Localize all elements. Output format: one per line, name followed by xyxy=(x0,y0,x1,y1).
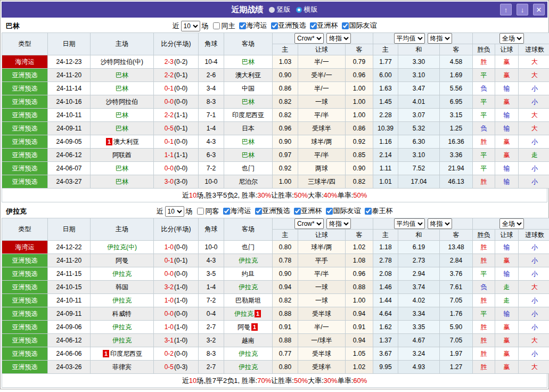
league-checkbox-input[interactable] xyxy=(342,22,349,29)
league-checkbox-input[interactable] xyxy=(239,22,246,29)
league-label: 亚洲预选 xyxy=(278,21,306,30)
asian-handicap-line: 受半球 xyxy=(298,307,346,321)
col-home: 主场 xyxy=(91,33,154,55)
league-filter-checkbox[interactable]: 亚洲预选 xyxy=(267,21,306,30)
radio-unselected-icon[interactable] xyxy=(269,7,275,13)
average-select[interactable]: 平均值 xyxy=(394,218,425,229)
league-checkbox-input[interactable] xyxy=(271,22,278,29)
asian-home-odds: 0.91 xyxy=(273,321,298,334)
league-checkbox-input[interactable] xyxy=(326,208,333,215)
red-card-badge: 1 xyxy=(106,138,112,145)
league-label: 海湾运 xyxy=(231,206,251,216)
final-odds-select-2[interactable]: 终指 xyxy=(428,218,452,229)
handicap-result-badge: 赢 xyxy=(495,135,519,149)
move-down-button[interactable]: ↓ xyxy=(517,4,528,15)
move-up-button[interactable]: ↑ xyxy=(500,4,512,15)
match-date: 24-09-06 xyxy=(48,321,91,334)
final-odds-select[interactable]: 终指 xyxy=(326,218,351,229)
same-venue-checkbox-input[interactable] xyxy=(197,208,204,215)
scope-select[interactable]: 全场 xyxy=(499,218,524,229)
league-filter-checkbox[interactable]: 亚洲杯 xyxy=(290,206,322,216)
radio-selected-icon[interactable] xyxy=(296,7,302,13)
summary-text: 50% xyxy=(294,377,308,385)
match-row: 亚洲预选24-09-11科威特0-0(0-0)0-4伊拉克10.88受半球0.9… xyxy=(2,307,549,321)
goals-result-badge: 小 xyxy=(519,254,549,267)
away-team: 伊拉克 xyxy=(224,254,273,267)
fulltime-score: 2-3 xyxy=(165,58,174,66)
same-venue-checkbox[interactable]: 同客 xyxy=(193,207,219,216)
layout-radio-vertical[interactable]: 竖版 xyxy=(269,5,291,14)
final-odds-select-2[interactable]: 终指 xyxy=(428,33,452,44)
asian-home-odds: 0.78 xyxy=(273,254,298,267)
close-button[interactable]: ✕ xyxy=(533,4,545,15)
league-filter-checkbox[interactable]: 国际友谊 xyxy=(322,206,361,216)
league-filter-checkbox[interactable]: 亚洲预选 xyxy=(251,206,290,216)
team-label: 韩国 xyxy=(116,283,128,291)
team-label: 阿曼 xyxy=(116,257,128,264)
league-filter-checkbox[interactable]: 海湾运 xyxy=(219,206,251,216)
euro-draw-odds: 4.67 xyxy=(398,334,440,347)
match-row: 亚洲预选24-10-11伊拉克1-0(1-0)7-2巴勒斯坦0.82一球1.00… xyxy=(2,294,549,307)
away-team: 伊拉克 xyxy=(224,361,273,374)
corner-score: 6-3 xyxy=(199,149,224,162)
team-label: 阿曼 xyxy=(237,323,250,331)
scope-select[interactable]: 全场 xyxy=(499,33,524,44)
score-cell: 0-1(0-1) xyxy=(154,254,199,267)
final-odds-select[interactable]: 终指 xyxy=(326,33,351,44)
league-filter-checkbox[interactable]: 国际友谊 xyxy=(338,21,377,30)
layout-radio-horizontal[interactable]: 横版 xyxy=(296,5,318,14)
asian-away-odds: 1.05 xyxy=(346,347,373,361)
league-filter-checkbox[interactable]: 海湾运 xyxy=(235,21,267,30)
league-type-badge: 亚洲预选 xyxy=(2,109,48,122)
team-label: 巴林 xyxy=(242,98,255,105)
asian-away-odds: 1.02 xyxy=(346,241,373,254)
euro-home-odds: 1.77 xyxy=(373,55,398,69)
result-badge: 负 xyxy=(473,82,495,95)
euro-home-odds: 1.18 xyxy=(373,241,398,254)
summary-text: 场,胜7平2负1, 胜率: xyxy=(196,376,257,386)
team-label: 菲律宾 xyxy=(112,363,132,371)
league-checkbox-input[interactable] xyxy=(294,208,301,215)
league-checkbox-input[interactable] xyxy=(223,208,230,215)
asian-home-odds: 0.86 xyxy=(273,82,298,95)
recent-count-select[interactable]: 10 xyxy=(165,206,184,217)
team-label: 巴林 xyxy=(242,58,255,66)
league-type-badge: 亚洲预选 xyxy=(2,162,48,175)
same-venue-checkbox-input[interactable] xyxy=(213,22,220,29)
team-label: 印度尼西亚 xyxy=(232,111,264,119)
league-label: 亚洲杯 xyxy=(317,21,338,30)
away-team: 越南 xyxy=(224,334,273,347)
bookmaker-select[interactable]: Crow* xyxy=(294,33,324,44)
title-bar: 近期战绩 竖版 横版 ↑ ↓ ✕ xyxy=(2,2,547,18)
fulltime-score: 1-0 xyxy=(165,243,174,251)
league-filter-checkbox[interactable]: 泰王杯 xyxy=(361,206,393,216)
euro-home-odds: 1.62 xyxy=(373,321,398,334)
league-filter-checkbox[interactable]: 亚洲杯 xyxy=(306,21,338,30)
bahrain-results-table: 类型 日期 主场 比分(半场) 角球 客场 Crow* 终指 平均值 终指 xyxy=(2,32,549,189)
team-label: 伊拉克 xyxy=(239,350,258,357)
league-checkbox-input[interactable] xyxy=(365,208,372,215)
euro-draw-odds: 6.19 xyxy=(398,241,440,254)
score-cell: 0-5(0-1) xyxy=(154,122,199,135)
asian-handicap-line: 球半/两 xyxy=(298,241,346,254)
home-team: 伊拉克 xyxy=(91,334,154,347)
goals-result-badge: 小 xyxy=(519,241,549,254)
league-checkbox-input[interactable] xyxy=(255,208,262,215)
filter-row: 伊拉克 近 10 场 同客 海湾运亚洲预选亚洲杯国际友谊泰王杯 xyxy=(2,205,547,218)
league-checkbox-input[interactable] xyxy=(310,22,317,29)
match-date: 24-10-16 xyxy=(48,95,91,109)
asian-home-odds: 0.82 xyxy=(273,109,298,122)
average-select[interactable]: 平均值 xyxy=(394,33,425,44)
halftime-score: (1-1) xyxy=(174,111,187,119)
result-badge: 负 xyxy=(473,122,495,135)
recent-count-select[interactable]: 10 xyxy=(181,21,200,31)
fulltime-score: 1-1 xyxy=(165,151,174,159)
match-date: 24-03-26 xyxy=(48,361,91,374)
league-label: 泰王杯 xyxy=(372,206,393,216)
fulltime-score: 0-0 xyxy=(165,310,174,317)
halftime-score: (0-0) xyxy=(174,138,187,145)
bookmaker-select[interactable]: Crow* xyxy=(294,218,324,229)
away-team: 澳大利亚 xyxy=(224,69,273,82)
same-venue-checkbox[interactable]: 同主 xyxy=(209,21,235,31)
col-handicap-result: 让球 xyxy=(495,230,519,241)
